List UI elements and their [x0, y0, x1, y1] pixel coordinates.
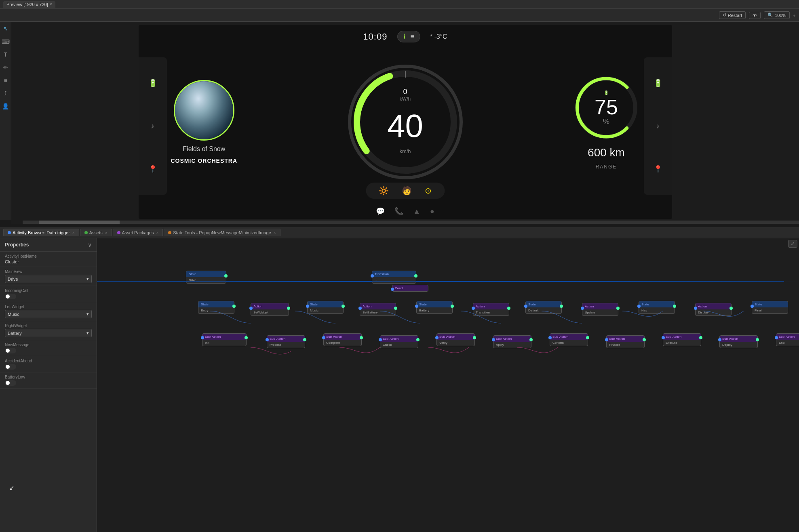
node-19[interactable]: Sub-Action Verify — [436, 333, 475, 346]
node-10-out[interactable] — [560, 305, 563, 308]
node-19-out[interactable] — [473, 336, 476, 339]
node-18-in[interactable] — [379, 338, 382, 341]
preview-tab[interactable]: Preview [1920 x 720] × — [3, 1, 55, 8]
node-9[interactable]: Action Transition — [473, 303, 509, 316]
node-13-in[interactable] — [694, 307, 697, 310]
node-11-in[interactable] — [581, 307, 584, 310]
node-20[interactable]: Sub-Action Apply — [493, 335, 531, 348]
preview-tab-close[interactable]: × — [50, 2, 52, 6]
node-3-in[interactable] — [391, 288, 394, 291]
panel-right-music-icon[interactable]: ♪ — [656, 122, 660, 130]
node-14[interactable]: State Final — [752, 301, 788, 314]
node-23-out[interactable] — [699, 336, 702, 339]
zoom-button[interactable]: 🔍 100% — [764, 11, 790, 19]
panel-right-location-icon[interactable]: 📍 — [654, 165, 662, 174]
sidebar-cursor-icon[interactable]: ↖ — [2, 25, 9, 32]
node-16-out[interactable] — [303, 338, 306, 341]
node-6-out[interactable] — [342, 305, 345, 308]
phone-nav-icon[interactable]: 📞 — [394, 207, 403, 216]
node-9-in[interactable] — [472, 307, 475, 310]
node-21[interactable]: Sub-Action Confirm — [550, 333, 588, 346]
node-9-out[interactable] — [507, 307, 510, 310]
sidebar-text-icon[interactable]: T — [2, 51, 9, 58]
panel-left-top-icon[interactable]: 🔋 — [148, 79, 157, 88]
media-nav-icon[interactable]: ● — [430, 207, 434, 216]
node-21-out[interactable] — [586, 336, 589, 339]
fullscreen-button[interactable]: ⤢ — [788, 240, 797, 248]
node-7-out[interactable] — [394, 307, 397, 310]
sidebar-share-icon[interactable]: ⤴ — [2, 90, 9, 97]
prop-left-widget-select[interactable]: Music ▾ — [5, 310, 92, 318]
collapse-button[interactable]: ∨ — [88, 242, 92, 248]
node-23-in[interactable] — [662, 336, 665, 339]
node-11[interactable]: Action Update — [582, 303, 618, 316]
sidebar-users-icon[interactable]: 👤 — [2, 103, 9, 110]
node-3[interactable]: Cond — [392, 285, 428, 292]
node-8[interactable]: State Battery — [416, 301, 453, 314]
node-10-in[interactable] — [524, 305, 527, 308]
node-20-out[interactable] — [529, 338, 533, 341]
prop-battery-low-toggle[interactable] — [5, 380, 16, 386]
node-8-in[interactable] — [415, 305, 418, 308]
prop-accident-ahead-toggle[interactable] — [5, 364, 16, 370]
panel-left-music-icon[interactable]: ♪ — [151, 122, 154, 130]
node-18[interactable]: Sub-Action Check — [380, 335, 418, 348]
panel-left-location-icon[interactable]: 📍 — [148, 165, 157, 174]
node-6[interactable]: State Music — [307, 301, 344, 314]
node-17-in[interactable] — [322, 336, 325, 339]
node-15[interactable]: Sub-Action Init — [202, 333, 247, 346]
node-25-in[interactable] — [775, 336, 778, 339]
node-1[interactable]: State Drive — [186, 271, 226, 284]
node-24[interactable]: Sub-Action Deploy — [719, 335, 758, 348]
node-22-out[interactable] — [643, 338, 646, 341]
node-18-out[interactable] — [416, 338, 420, 341]
node-13-out[interactable] — [729, 307, 733, 310]
node-24-out[interactable] — [756, 338, 759, 341]
node-21-in[interactable] — [548, 336, 552, 339]
node-6-in[interactable] — [306, 305, 309, 308]
tab-activity[interactable]: Activity Browser: Data trigger × — [3, 229, 79, 236]
preview-scroll-thumb[interactable] — [39, 221, 120, 224]
node-5-out[interactable] — [287, 307, 290, 310]
tab-packages[interactable]: Asset Packages × — [113, 229, 163, 236]
node-5-in[interactable] — [249, 307, 253, 310]
node-1-out[interactable] — [224, 274, 228, 278]
node-17-out[interactable] — [360, 336, 363, 339]
sidebar-brush-icon[interactable]: ✏ — [2, 64, 9, 71]
node-16-in[interactable] — [266, 338, 269, 341]
node-2-in[interactable] — [371, 274, 374, 278]
prop-new-message-toggle[interactable] — [5, 348, 16, 353]
sidebar-mouse-icon[interactable]: ⌨ — [2, 38, 9, 45]
node-22[interactable]: Sub-Action Finalize — [606, 335, 645, 348]
node-16[interactable]: Sub-Action Process — [267, 335, 305, 348]
node-15-in[interactable] — [201, 336, 204, 339]
node-14-in[interactable] — [751, 305, 754, 308]
tab-assets[interactable]: Assets × — [80, 229, 112, 236]
node-4[interactable]: State Entry — [198, 301, 234, 314]
node-11-out[interactable] — [616, 307, 620, 310]
node-19-in[interactable] — [435, 336, 439, 339]
node-12[interactable]: State Nav — [639, 301, 675, 314]
node-24-in[interactable] — [718, 338, 721, 341]
node-15-out[interactable] — [245, 336, 248, 339]
tab-state-tools-close[interactable]: × — [274, 231, 276, 235]
node-7-in[interactable] — [358, 307, 362, 310]
node-12-out[interactable] — [673, 305, 676, 308]
node-25[interactable]: Sub-Action End — [776, 333, 799, 346]
dash-nav-button[interactable]: ⌇ ≡ — [397, 31, 420, 42]
node-8-out[interactable] — [451, 305, 454, 308]
node-10[interactable]: State Default — [525, 301, 562, 314]
node-12-in[interactable] — [637, 305, 641, 308]
chat-nav-icon[interactable]: 💬 — [376, 207, 385, 216]
map-nav-icon[interactable]: ▲ — [413, 207, 420, 216]
node-22-in[interactable] — [605, 338, 608, 341]
node-4-out[interactable] — [232, 305, 236, 308]
prop-main-view-select[interactable]: Drive ▾ — [5, 275, 92, 283]
tab-state-tools[interactable]: State Tools - PopupNewMessageMinimizedIm… — [164, 229, 280, 236]
node-23[interactable]: Sub-Action Execute — [663, 333, 701, 346]
eye-button[interactable]: 👁 — [749, 12, 761, 19]
node-17[interactable]: Sub-Action Complete — [323, 333, 362, 346]
node-20-in[interactable] — [492, 338, 495, 341]
restart-button[interactable]: ↺ Restart — [719, 11, 746, 19]
node-2-out[interactable] — [414, 274, 417, 278]
